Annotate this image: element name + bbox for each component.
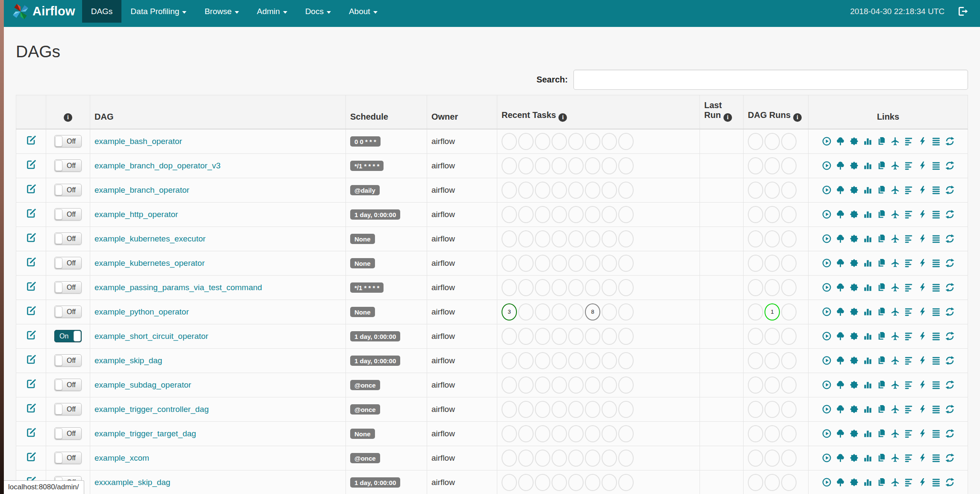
task-state-circle[interactable]	[602, 376, 617, 394]
dag-pause-toggle[interactable]: Off	[54, 452, 82, 464]
trigger-dag-icon[interactable]	[822, 185, 832, 195]
task-duration-icon[interactable]	[863, 185, 873, 195]
task-state-circle[interactable]	[568, 279, 584, 296]
toggle-handle[interactable]	[55, 185, 62, 195]
dag-run-state-circle[interactable]	[765, 255, 780, 272]
dag-run-state-circle[interactable]	[748, 230, 763, 247]
edit-dag-icon[interactable]	[26, 403, 36, 413]
task-state-circle[interactable]	[518, 401, 534, 418]
task-state-circle[interactable]	[568, 401, 584, 418]
task-state-circle[interactable]	[585, 230, 600, 247]
tree-view-icon[interactable]	[835, 404, 845, 414]
toggle-handle[interactable]	[55, 233, 62, 244]
task-state-circle[interactable]	[535, 230, 550, 247]
landing-times-icon[interactable]	[890, 477, 900, 487]
logs-icon[interactable]	[931, 136, 941, 146]
logs-icon[interactable]	[931, 282, 941, 292]
gantt-view-icon[interactable]	[904, 453, 914, 463]
trigger-dag-icon[interactable]	[822, 356, 832, 365]
dag-pause-toggle[interactable]: Off	[54, 379, 82, 391]
code-view-icon[interactable]	[918, 453, 927, 463]
dag-pause-toggle[interactable]: Off	[54, 208, 82, 221]
dag-link[interactable]: example_kubernetes_executor	[94, 234, 206, 243]
dag-run-state-circle[interactable]	[781, 182, 797, 199]
task-tries-icon[interactable]	[877, 307, 886, 317]
refresh-icon[interactable]	[945, 477, 955, 487]
task-state-circle[interactable]	[518, 157, 534, 174]
dag-run-state-circle[interactable]	[781, 352, 797, 369]
dag-pause-toggle[interactable]: Off	[54, 281, 82, 294]
tree-view-icon[interactable]	[835, 356, 845, 365]
refresh-icon[interactable]	[945, 136, 955, 146]
task-state-circle[interactable]	[552, 255, 567, 272]
dag-run-state-circle[interactable]	[748, 450, 763, 467]
landing-times-icon[interactable]	[890, 282, 900, 292]
nav-item-admin[interactable]: Admin	[248, 0, 296, 23]
logs-icon[interactable]	[931, 331, 941, 341]
task-state-circle[interactable]	[585, 182, 600, 199]
dag-link[interactable]: example_branch_dop_operator_v3	[94, 161, 221, 170]
tree-view-icon[interactable]	[835, 161, 845, 171]
task-tries-icon[interactable]	[877, 356, 886, 365]
dag-pause-toggle[interactable]: Off	[54, 232, 82, 245]
landing-times-icon[interactable]	[890, 136, 900, 146]
graph-view-icon[interactable]	[849, 136, 859, 146]
dag-run-state-circle[interactable]	[781, 425, 797, 442]
task-state-circle[interactable]	[535, 376, 550, 394]
task-duration-icon[interactable]	[863, 404, 873, 414]
task-state-circle[interactable]	[602, 425, 617, 442]
task-duration-icon[interactable]	[863, 429, 873, 438]
task-state-circle[interactable]	[568, 303, 584, 321]
gantt-view-icon[interactable]	[904, 258, 914, 268]
toggle-handle[interactable]	[55, 428, 62, 439]
task-state-circle[interactable]	[552, 328, 567, 345]
task-state-circle[interactable]	[568, 450, 584, 467]
landing-times-icon[interactable]	[890, 453, 900, 463]
refresh-icon[interactable]	[945, 404, 955, 414]
dag-pause-toggle[interactable]: Off	[54, 354, 82, 367]
gantt-view-icon[interactable]	[904, 161, 914, 171]
info-icon[interactable]: i	[558, 113, 567, 122]
task-state-circle[interactable]	[568, 206, 584, 223]
task-state-circle[interactable]	[618, 279, 634, 296]
dag-link[interactable]: example_skip_dag	[94, 356, 162, 365]
gantt-view-icon[interactable]	[904, 380, 914, 390]
dag-run-state-circle[interactable]	[748, 425, 763, 442]
task-state-circle[interactable]	[518, 133, 534, 150]
task-state-circle[interactable]	[502, 376, 517, 394]
task-state-circle[interactable]	[585, 352, 600, 369]
task-state-circle[interactable]	[602, 230, 617, 247]
tree-view-icon[interactable]	[835, 185, 845, 195]
dag-run-state-circle[interactable]	[748, 255, 763, 272]
dag-run-state-circle[interactable]	[781, 474, 797, 491]
tree-view-icon[interactable]	[835, 453, 845, 463]
tree-view-icon[interactable]	[835, 258, 845, 268]
dag-run-state-circle[interactable]	[748, 157, 763, 174]
task-state-circle[interactable]	[552, 182, 567, 199]
task-state-circle[interactable]	[535, 450, 550, 467]
refresh-icon[interactable]	[945, 258, 955, 268]
dag-run-state-circle[interactable]	[765, 450, 780, 467]
logs-icon[interactable]	[931, 307, 941, 317]
task-state-circle[interactable]	[602, 133, 617, 150]
task-state-circle[interactable]	[518, 352, 534, 369]
task-state-circle[interactable]	[502, 255, 517, 272]
refresh-icon[interactable]	[945, 453, 955, 463]
code-view-icon[interactable]	[918, 356, 927, 365]
dag-run-state-circle[interactable]	[765, 425, 780, 442]
task-state-circle[interactable]	[585, 401, 600, 418]
toggle-handle[interactable]	[55, 282, 62, 293]
task-state-circle[interactable]	[502, 157, 517, 174]
tree-view-icon[interactable]	[835, 282, 845, 292]
task-state-circle[interactable]	[585, 133, 600, 150]
logs-icon[interactable]	[931, 453, 941, 463]
code-view-icon[interactable]	[918, 477, 927, 487]
dag-run-state-circle[interactable]	[781, 206, 797, 223]
task-tries-icon[interactable]	[877, 209, 886, 219]
refresh-icon[interactable]	[945, 307, 955, 317]
task-state-circle[interactable]	[618, 328, 634, 345]
trigger-dag-icon[interactable]	[822, 307, 832, 317]
task-state-circle[interactable]	[568, 255, 584, 272]
task-state-circle[interactable]	[518, 474, 534, 491]
task-state-circle[interactable]	[602, 352, 617, 369]
